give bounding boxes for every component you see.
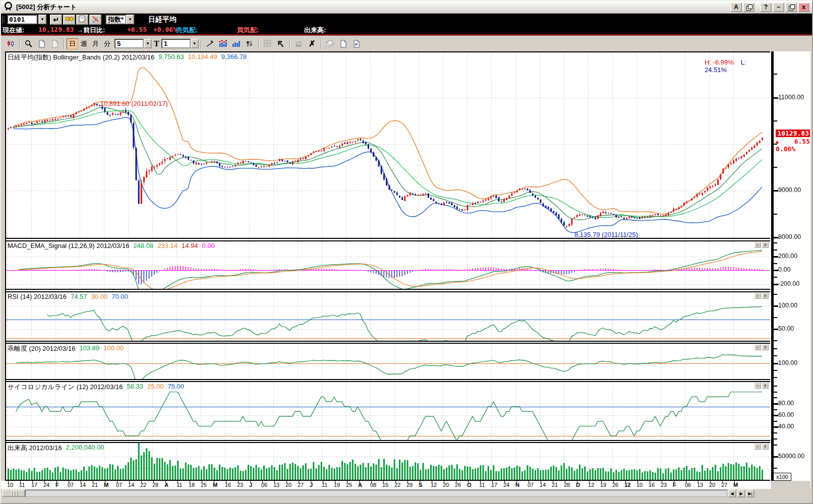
- draw-line-button[interactable]: [204, 38, 217, 50]
- x-axis-label: J: [310, 482, 313, 488]
- x-axis-label: 14: [80, 482, 86, 488]
- symbol-code-input[interactable]: [7, 15, 37, 24]
- toolbar-grip[interactable]: [3, 16, 5, 24]
- grid-layout-button[interactable]: [261, 38, 274, 50]
- memo-button[interactable]: [76, 15, 88, 25]
- x-axis-label: 14: [128, 482, 134, 488]
- candle-style-button[interactable]: [4, 38, 17, 50]
- x-axis-label: 27: [298, 482, 304, 488]
- x-axis-label: 11: [322, 482, 327, 488]
- panel-minimize-button[interactable]: −: [754, 293, 761, 299]
- y-axis-label: 60.00: [778, 411, 794, 418]
- x-axis-label: 14: [540, 482, 546, 488]
- x-axis-label: J: [249, 482, 252, 488]
- panel-close-button[interactable]: ×: [762, 344, 769, 350]
- period-month-button[interactable]: 月: [90, 38, 101, 49]
- panel-minimize-button[interactable]: −: [754, 444, 761, 450]
- panel-minimize-button[interactable]: −: [754, 383, 761, 389]
- minimize-button[interactable]: −: [773, 3, 784, 12]
- legend-value: 25.00: [147, 383, 164, 392]
- legend-value: 100.00: [103, 344, 124, 353]
- panel-minimize-button[interactable]: −: [754, 242, 761, 248]
- panel-close-button[interactable]: ×: [762, 293, 769, 299]
- interval-select[interactable]: 1: [161, 39, 191, 48]
- print-page-button[interactable]: P: [350, 38, 363, 50]
- y-axis-label: -200.00: [778, 280, 799, 287]
- help-button[interactable]: ?: [760, 3, 772, 12]
- x-axis-label: 24: [503, 482, 509, 488]
- new-page-button[interactable]: [35, 38, 48, 50]
- legend-value: 0.00: [202, 242, 214, 249]
- x-axis-label: M: [213, 482, 217, 488]
- x-axis-label: 28: [152, 482, 158, 488]
- rsi-header: RSI (14) 2012/03/1674.5730.0070.00: [8, 293, 128, 300]
- y-axis-label: 8000.00: [778, 233, 801, 240]
- pages-button[interactable]: [743, 3, 754, 12]
- scroll-end-button[interactable]: ▶|: [746, 489, 754, 497]
- settings-tool-button[interactable]: [274, 38, 287, 50]
- panel-close-button[interactable]: ×: [762, 383, 769, 389]
- bars-count-dropdown-button[interactable]: ▼: [144, 39, 152, 48]
- load-symbol-button[interactable]: ↵: [50, 15, 62, 25]
- x-axis-label: A: [358, 482, 362, 488]
- compare-chart-button[interactable]: [217, 38, 230, 50]
- delete-all-button[interactable]: ✗: [306, 38, 319, 50]
- scroll-right-button[interactable]: ▶: [737, 489, 745, 497]
- application-window: [5002] 分析チャート A ? − x ▼ ↵ 指数* ▼ 日経平均 現在値…: [0, 0, 813, 504]
- price-change-percent: 0.06%: [776, 145, 806, 153]
- category-dropdown-button[interactable]: ▼: [126, 15, 134, 24]
- save-page-button[interactable]: [337, 38, 350, 50]
- volume-plot[interactable]: [6, 443, 770, 480]
- x-axis-label: 12: [431, 482, 437, 488]
- x-axis-label: 07: [116, 482, 122, 488]
- font-button[interactable]: A: [730, 3, 742, 12]
- current-price-marker: 10129.83: [776, 130, 810, 137]
- copy-page-button[interactable]: [48, 38, 62, 50]
- zoom-button[interactable]: [22, 38, 35, 50]
- x-axis-label: 17: [491, 482, 497, 488]
- scrollbar-thumb[interactable]: [2, 489, 25, 497]
- x-axis-label: 11: [479, 482, 485, 488]
- panel-minimize-button[interactable]: −: [754, 344, 761, 350]
- restore-button[interactable]: [785, 3, 797, 12]
- close-button[interactable]: x: [798, 3, 809, 12]
- x-axis-label: 23: [237, 482, 243, 488]
- window-bottom-edge: [1, 498, 813, 504]
- x-axis-label: 29: [406, 482, 413, 488]
- volume-overlay-button[interactable]: [230, 38, 243, 50]
- period-minute-button[interactable]: 分: [101, 38, 113, 49]
- price-plot[interactable]: [6, 52, 770, 238]
- restore-icon: [789, 5, 794, 10]
- period-day-button[interactable]: 日: [67, 38, 78, 49]
- x-axis-label: S: [419, 482, 422, 488]
- period-week-button[interactable]: 週: [78, 38, 90, 49]
- bars-count-select[interactable]: 5: [114, 39, 144, 48]
- x-axis-label: 07: [68, 482, 74, 488]
- legend-value: 233.14: [157, 242, 178, 249]
- x-axis-label: A: [164, 482, 168, 488]
- panel-close-button[interactable]: ×: [762, 444, 769, 450]
- sort-button[interactable]: [243, 38, 256, 50]
- clear-draw-button[interactable]: [89, 15, 101, 25]
- svg-text:P: P: [355, 42, 358, 47]
- scroll-left-button[interactable]: ◀: [728, 489, 736, 497]
- panel-close-button[interactable]: ×: [762, 242, 769, 248]
- interval-dropdown-button[interactable]: ▼: [191, 39, 199, 48]
- scrollbar-track[interactable]: [25, 490, 727, 497]
- window-layout-button[interactable]: [324, 38, 337, 50]
- x-axis-label: 19: [600, 482, 606, 488]
- panel-kairi: 乖離度 (20) 2012/03/16103.89100.00−×: [6, 343, 770, 380]
- symbol-search-button[interactable]: [63, 15, 75, 25]
- eraser-button[interactable]: [293, 38, 306, 50]
- panel-title: MACD_EMA_Signal (12,26,9) 2012/03/16: [8, 242, 129, 249]
- x-axis-label: 27: [721, 482, 727, 488]
- memo-icon: [79, 15, 86, 24]
- x-axis-label: 25: [346, 482, 352, 488]
- symbol-dropdown-button[interactable]: ▼: [38, 15, 46, 24]
- category-select[interactable]: 指数*: [105, 15, 126, 24]
- kairi-header: 乖離度 (20) 2012/03/16103.89100.00: [8, 344, 124, 353]
- chart-panels: 日経平均(指数) Bollinger_Bands (20,2) 2012/03/…: [5, 51, 771, 481]
- x-axis-label: 28: [564, 482, 570, 488]
- x-axis-label: 10: [7, 482, 13, 488]
- time-axis-label: T: [154, 39, 159, 48]
